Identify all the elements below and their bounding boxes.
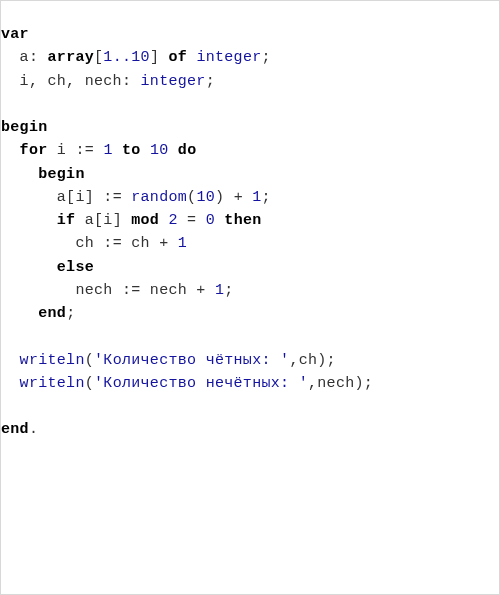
paren-open: ( (85, 352, 94, 369)
semicolon: ; (224, 282, 233, 299)
kw-end-final: end (1, 421, 29, 438)
kw-var: var (1, 26, 29, 43)
kw-to: to (122, 142, 141, 159)
expr-ai: a[i] (85, 212, 122, 229)
paren-close: ) (215, 189, 224, 206)
id-i: i (57, 142, 66, 159)
fn-writeln: writeln (20, 375, 85, 392)
kw-for: for (20, 142, 48, 159)
fn-writeln: writeln (20, 352, 85, 369)
semicolon: ; (364, 375, 373, 392)
kw-begin-inner: begin (38, 166, 85, 183)
kw-do: do (178, 142, 197, 159)
arg-nech: ,nech (308, 375, 355, 392)
dot: . (29, 421, 38, 438)
num-1: 1 (215, 282, 224, 299)
ids-line3: i, ch, nech (20, 73, 122, 90)
kw-end-inner: end (38, 305, 66, 322)
str-even: 'Количество чётных: ' (94, 352, 289, 369)
kw-if: if (57, 212, 76, 229)
num-0: 0 (206, 212, 215, 229)
paren-close: ) (317, 352, 326, 369)
pascal-source: var a: array[1..10] of integer; i, ch, n… (1, 23, 499, 442)
range: 1..10 (103, 49, 150, 66)
bracket-close: ] (150, 49, 169, 66)
kw-mod: mod (131, 212, 159, 229)
type-integer: integer (141, 73, 206, 90)
kw-else: else (57, 259, 94, 276)
kw-then: then (224, 212, 261, 229)
id-a: a (20, 49, 29, 66)
str-odd: 'Количество нечётных: ' (94, 375, 308, 392)
paren-open: ( (187, 189, 196, 206)
num-1: 1 (103, 142, 112, 159)
colon: : (122, 73, 141, 90)
semicolon: ; (206, 73, 215, 90)
kw-array: array (48, 49, 95, 66)
eq: = (187, 212, 196, 229)
num-10: 10 (150, 142, 169, 159)
num-1: 1 (252, 189, 261, 206)
assign: := (75, 142, 94, 159)
assign: := (103, 189, 122, 206)
paren-open: ( (85, 375, 94, 392)
fn-random: random (131, 189, 187, 206)
lhs-ai: a[i] (57, 189, 94, 206)
kw-begin: begin (1, 119, 48, 136)
kw-of: of (168, 49, 187, 66)
paren-close: ) (355, 375, 364, 392)
semicolon: ; (327, 352, 336, 369)
num-1: 1 (178, 235, 187, 252)
ch-assign: ch := ch + (75, 235, 177, 252)
semicolon: ; (262, 189, 271, 206)
semicolon: ; (66, 305, 75, 322)
bracket-open: [ (94, 49, 103, 66)
num-2: 2 (168, 212, 177, 229)
colon: : (29, 49, 48, 66)
arg-ch: ,ch (289, 352, 317, 369)
plus: + (234, 189, 243, 206)
semicolon: ; (262, 49, 271, 66)
type-integer: integer (196, 49, 261, 66)
nech-assign: nech := nech + (75, 282, 215, 299)
code-page: var a: array[1..10] of integer; i, ch, n… (0, 0, 500, 595)
num-10: 10 (196, 189, 215, 206)
